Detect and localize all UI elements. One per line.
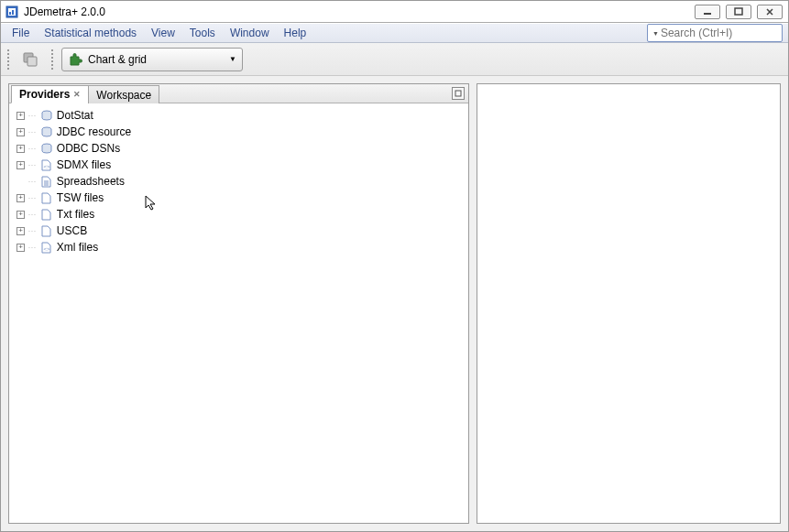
expand-icon[interactable]: + (16, 112, 25, 120)
tab-workspace[interactable]: Workspace (88, 85, 159, 103)
expand-icon[interactable]: + (16, 227, 25, 235)
expand-icon[interactable]: + (16, 211, 25, 219)
title-bar: JDemetra+ 2.0.0 (1, 1, 788, 23)
file-icon (40, 208, 53, 221)
menu-tools[interactable]: Tools (182, 25, 223, 41)
tree-item-label: Xml files (57, 241, 98, 254)
left-panel: Providers ✕ Workspace + ··· DotStat + ··… (8, 83, 469, 524)
providers-tree: + ··· DotStat + ··· JDBC resource + ··· … (9, 103, 468, 523)
search-dropdown-icon: ▼ (652, 30, 659, 37)
tree-connector: ··· (28, 146, 37, 152)
tree-item-label: Spreadsheets (57, 175, 125, 188)
tool-bar: Chart & grid ▼ (1, 43, 788, 76)
copy-icon (21, 50, 39, 69)
menu-window[interactable]: Window (223, 25, 277, 41)
svg-rect-3 (12, 10, 14, 15)
expand-icon[interactable]: + (16, 128, 25, 136)
tab-providers-label: Providers (19, 88, 70, 101)
svg-rect-5 (735, 8, 742, 15)
window-title: JDemetra+ 2.0.0 (24, 5, 695, 18)
minimize-button[interactable] (695, 5, 720, 19)
svg-text:<>: <> (44, 246, 51, 252)
tree-item-label: SDMX files (57, 158, 111, 171)
file-icon (40, 191, 53, 204)
menu-view[interactable]: View (144, 25, 182, 41)
tree-item[interactable]: + ··· ODBC DSNs (13, 140, 465, 157)
svg-rect-4 (704, 13, 711, 15)
tab-workspace-label: Workspace (96, 89, 151, 102)
database-icon (40, 109, 53, 122)
database-icon (40, 142, 53, 155)
svg-rect-9 (27, 57, 37, 66)
close-icon[interactable]: ✕ (73, 90, 81, 99)
expand-icon[interactable]: + (16, 145, 25, 153)
tree-item[interactable]: + ··· TSW files (13, 190, 465, 206)
tree-item-label: JDBC resource (57, 125, 131, 138)
toolbar-grip-2 (50, 49, 54, 71)
tree-connector: ··· (28, 212, 37, 218)
maximize-button[interactable] (726, 5, 751, 19)
chart-grid-label: Chart & grid (88, 53, 147, 66)
window-controls (695, 5, 788, 19)
chevron-down-icon: ▼ (229, 55, 236, 63)
tree-connector: ··· (28, 244, 37, 251)
tree-item-label: USCB (57, 224, 87, 237)
content-area: Providers ✕ Workspace + ··· DotStat + ··… (1, 76, 788, 531)
svg-text:<>: <> (44, 164, 51, 169)
tree-item[interactable]: + ··· USCB (13, 223, 465, 239)
search-box[interactable]: ▼ (647, 24, 783, 42)
tree-item[interactable]: + ··· JDBC resource (13, 124, 465, 140)
database-icon (40, 125, 53, 138)
chart-grid-dropdown[interactable]: Chart & grid ▼ (61, 48, 243, 71)
tree-item-label: ODBC DSNs (57, 142, 120, 155)
tree-item[interactable]: + ··· DotStat (13, 107, 465, 124)
tree-item-label: Txt files (57, 208, 94, 221)
expand-icon[interactable]: + (16, 194, 25, 202)
close-button[interactable] (757, 5, 783, 19)
puzzle-icon (68, 52, 82, 67)
search-input[interactable] (659, 26, 789, 40)
svg-rect-10 (455, 91, 461, 96)
minimize-icon (703, 8, 712, 16)
tab-providers[interactable]: Providers ✕ (11, 85, 89, 103)
panel-maximize-icon (455, 90, 462, 97)
tree-connector: ··· (28, 228, 37, 234)
tree-connector: ··· (28, 129, 37, 136)
tree-item-label: DotStat (57, 109, 93, 122)
tree-connector: ··· (28, 162, 37, 168)
menu-help[interactable]: Help (277, 25, 314, 41)
file-icon (40, 224, 53, 237)
tab-strip: Providers ✕ Workspace (9, 84, 468, 103)
menu-statistical-methods[interactable]: Statistical methods (37, 25, 144, 41)
tree-item[interactable]: + ··· <> Xml files (13, 239, 465, 255)
spreadsheet-icon (40, 175, 53, 188)
right-panel (477, 83, 781, 524)
expand-icon[interactable]: + (16, 161, 25, 169)
file-code-icon: <> (40, 241, 53, 254)
panel-maximize-button[interactable] (452, 87, 465, 100)
menu-bar: File Statistical methods View Tools Wind… (1, 23, 788, 43)
menu-file[interactable]: File (5, 25, 37, 41)
svg-rect-2 (9, 12, 11, 15)
toolbar-grip (6, 49, 10, 71)
file-code-icon: <> (40, 158, 53, 171)
copy-button[interactable] (17, 47, 43, 72)
expand-icon[interactable]: + (16, 244, 25, 252)
tree-item[interactable]: + ··· Txt files (13, 206, 465, 223)
tree-item-label: TSW files (57, 191, 104, 204)
tree-connector: ··· (28, 179, 37, 185)
tree-connector: ··· (28, 195, 37, 201)
tree-item[interactable]: ··· Spreadsheets (13, 173, 465, 190)
maximize-icon (734, 7, 743, 16)
app-icon (5, 5, 19, 19)
close-icon (765, 7, 774, 16)
tree-item[interactable]: + ··· <> SDMX files (13, 157, 465, 173)
tree-connector: ··· (28, 113, 37, 119)
